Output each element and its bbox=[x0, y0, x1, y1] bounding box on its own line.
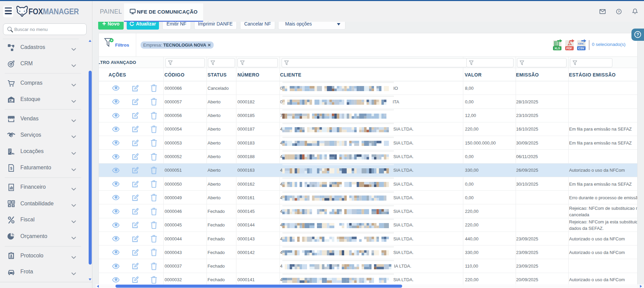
svg-text:?: ? bbox=[618, 10, 620, 13]
svg-text:?: ? bbox=[637, 32, 639, 37]
svg-text:$: $ bbox=[10, 166, 12, 170]
